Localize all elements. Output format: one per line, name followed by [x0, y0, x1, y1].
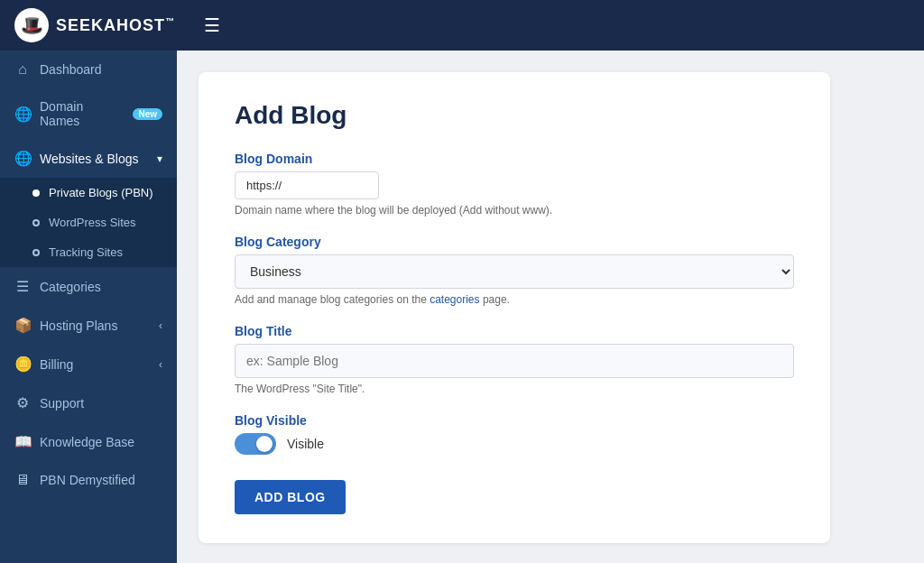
sidebar-item-label: Billing	[40, 357, 73, 372]
sidebar-item-tracking-sites[interactable]: Tracking Sites	[0, 237, 177, 267]
sidebar-sub-label: Tracking Sites	[49, 245, 123, 259]
hosting-icon: 📦	[14, 317, 31, 334]
toggle-wrapper: Visible	[235, 433, 794, 455]
sidebar-item-domain-names[interactable]: 🌐 Domain Names New	[0, 88, 177, 139]
blog-title-group: Blog Title The WordPress "Site Title".	[235, 324, 794, 395]
blog-domain-input[interactable]	[235, 171, 379, 199]
blog-title-hint: The WordPress "Site Title".	[235, 383, 794, 395]
sidebar-item-billing[interactable]: 🪙 Billing ‹	[0, 345, 177, 383]
logo-icon: 🎩	[14, 8, 49, 42]
dot-icon	[32, 219, 40, 226]
topbar: 🎩 SEEKAHOST™ ☰	[0, 0, 924, 51]
toggle-track	[235, 433, 276, 455]
blog-domain-label: Blog Domain	[235, 152, 794, 166]
chevron-left-icon: ‹	[159, 319, 162, 332]
book-icon: 📖	[14, 433, 31, 450]
sidebar-item-label: Hosting Plans	[40, 318, 117, 333]
categories-link[interactable]: categories	[430, 293, 479, 306]
blog-category-hint: Add and manage blog categories on the ca…	[235, 293, 794, 306]
chevron-down-icon: ▾	[157, 152, 162, 165]
blog-category-select[interactable]: Business Technology Travel Health Financ…	[235, 254, 794, 289]
globe-icon: 🌐	[14, 106, 31, 123]
chevron-left-icon: ‹	[159, 358, 162, 371]
sidebar-item-label: Knowledge Base	[40, 435, 134, 449]
dot-icon	[32, 189, 40, 197]
sidebar-item-dashboard[interactable]: ⌂ Dashboard	[0, 51, 177, 88]
sidebar-sub-label: WordPress Sites	[49, 216, 136, 229]
sidebar-item-websites-blogs[interactable]: 🌐 Websites & Blogs ▾	[0, 139, 177, 178]
toggle-label: Visible	[287, 437, 324, 451]
blog-category-label: Blog Category	[235, 235, 794, 249]
hamburger-icon[interactable]: ☰	[204, 14, 220, 36]
new-badge: New	[133, 108, 162, 120]
layout: ⌂ Dashboard 🌐 Domain Names New 🌐 Website…	[0, 51, 924, 563]
logo-wrapper: 🎩 SEEKAHOST™	[14, 8, 175, 42]
add-blog-card: Add Blog Blog Domain Domain name where t…	[199, 72, 830, 543]
sidebar-item-label: Websites & Blogs	[40, 152, 138, 166]
sidebar-item-label: PBN Demystified	[40, 473, 135, 487]
sidebar-item-label: Categories	[40, 280, 101, 294]
categories-icon: ☰	[14, 278, 31, 295]
dashboard-icon: ⌂	[14, 61, 31, 78]
dot-icon	[32, 249, 40, 256]
sidebar-item-support[interactable]: ⚙ Support	[0, 383, 177, 422]
add-blog-button[interactable]: ADD BLOG	[235, 480, 346, 514]
websites-icon: 🌐	[14, 150, 31, 167]
websites-submenu: Private Blogs (PBN) WordPress Sites Trac…	[0, 178, 177, 267]
main-content: Add Blog Blog Domain Domain name where t…	[177, 51, 924, 563]
toggle-thumb	[256, 436, 273, 452]
sidebar-item-private-blogs[interactable]: Private Blogs (PBN)	[0, 178, 177, 208]
sidebar-item-pbn-demystified[interactable]: 🖥 PBN Demystified	[0, 461, 177, 499]
sidebar-item-label: Dashboard	[40, 62, 102, 77]
sidebar-item-label: Domain Names	[40, 99, 124, 128]
blog-category-group: Blog Category Business Technology Travel…	[235, 235, 794, 306]
logo-text: SEEKAHOST™	[56, 16, 175, 35]
blog-title-label: Blog Title	[235, 324, 794, 338]
blog-domain-group: Blog Domain Domain name where the blog w…	[235, 152, 794, 217]
sidebar-item-label: Support	[40, 396, 84, 411]
sidebar-item-hosting-plans[interactable]: 📦 Hosting Plans ‹	[0, 306, 177, 345]
monitor-icon: 🖥	[14, 472, 31, 488]
support-icon: ⚙	[14, 394, 31, 411]
sidebar-item-knowledge-base[interactable]: 📖 Knowledge Base	[0, 422, 177, 461]
visibility-toggle[interactable]	[235, 433, 276, 455]
billing-icon: 🪙	[14, 355, 31, 373]
page-title: Add Blog	[235, 101, 794, 130]
sidebar-item-wordpress-sites[interactable]: WordPress Sites	[0, 208, 177, 237]
sidebar-sub-label: Private Blogs (PBN)	[49, 186, 153, 199]
blog-domain-hint: Domain name where the blog will be deplo…	[235, 204, 794, 217]
sidebar-item-categories[interactable]: ☰ Categories	[0, 267, 177, 306]
blog-visible-group: Blog Visible Visible	[235, 413, 794, 455]
blog-title-input[interactable]	[235, 344, 794, 378]
blog-visible-label: Blog Visible	[235, 413, 794, 428]
sidebar: ⌂ Dashboard 🌐 Domain Names New 🌐 Website…	[0, 51, 177, 563]
